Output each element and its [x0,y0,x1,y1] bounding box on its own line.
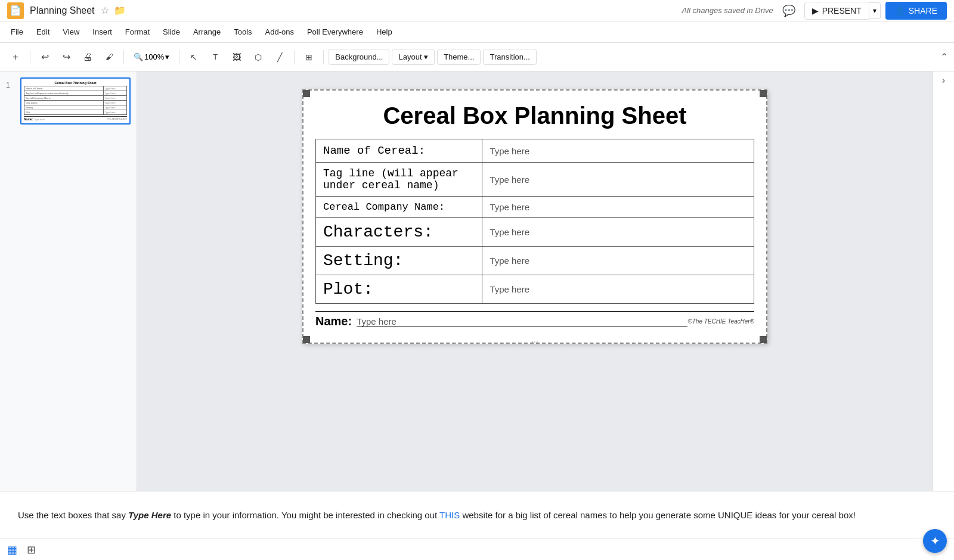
slide-thumbnail-1[interactable]: Cereal Box Planning Sheet Name of Cereal… [20,77,131,125]
theme-button[interactable]: Theme... [437,49,481,65]
paint-format-button[interactable]: 🖌 [100,48,119,67]
zoom-label: 100% [144,52,164,61]
table-row-plot: Plot: Type here [316,275,754,304]
zoom-caret: ▾ [165,52,169,61]
corner-bl [303,336,310,343]
shape-tool[interactable]: ⬡ [249,48,268,67]
collapse-icon[interactable]: ⌃ [940,52,948,62]
table-row: Name of Cereal: Type here [24,86,127,91]
line-tool[interactable]: ╱ [270,48,289,67]
input-tagline[interactable]: Type here [482,163,754,197]
menu-addons[interactable]: Add-ons [259,25,300,39]
label-company: Cereal Company Name: [316,197,482,218]
menu-arrange[interactable]: Arrange [187,25,227,39]
label-plot: Plot: [316,275,482,304]
right-panel: › [933,71,954,491]
separator-1 [30,50,30,64]
print-button[interactable]: 🖨 [78,48,97,67]
grid-view-button[interactable]: ⊞ [27,543,36,556]
background-button[interactable]: Background... [329,49,389,65]
thumb-title: Cereal Box Planning Sheet [24,81,127,85]
copyright: ©The TECHIE TeacHer® [687,318,754,325]
input-cereal-name[interactable]: Type here [482,139,754,163]
menu-format[interactable]: Format [119,25,156,39]
title-bar: 📄 Planning Sheet ☆ 📁 All changes saved i… [0,0,954,21]
table-row-cereal-name: Name of Cereal: Type here [316,139,754,163]
zoom-icon: 🔍 [134,52,143,61]
label-setting: Setting: [316,247,482,275]
star-icon[interactable]: ☆ [101,5,109,16]
redo-button[interactable]: ↪ [57,48,76,67]
canvas-area[interactable]: Cereal Box Planning Sheet Name of Cereal… [137,71,933,491]
add-button[interactable]: + [6,48,25,67]
present-icon: ▶ [812,6,819,15]
menu-insert[interactable]: Insert [86,25,118,39]
menu-file[interactable]: File [5,25,29,39]
toolbar: + ↩ ↪ 🖨 🖌 🔍 100% ▾ ↖ T 🖼 ⬡ ╱ ⊞ Backgroun… [0,43,954,71]
menu-slide[interactable]: Slide [157,25,186,39]
folder-icon[interactable]: 📁 [114,5,126,16]
title-icons: ☆ 📁 [101,5,126,16]
share-button[interactable]: 👤 SHARE [885,2,947,20]
resize-handle[interactable]: ··· [531,337,538,346]
input-setting[interactable]: Type here [482,247,754,275]
present-button[interactable]: ▶ PRESENT [804,2,869,20]
bottom-note: Use the text boxes that say Type Here to… [0,491,954,539]
name-row: Name: Type here ©The TECHIE TeacHer® [315,311,754,331]
comments-button[interactable]: 💬 [778,0,800,21]
table-row: Characters Type here [24,101,127,105]
collapse-right-icon[interactable]: › [942,75,945,86]
separator-3 [179,50,179,64]
table-row-company: Cereal Company Name: Type here [316,197,754,218]
name-label: Name: [315,315,352,328]
present-caret-button[interactable]: ▾ [869,2,881,19]
label-characters: Characters: [316,218,482,247]
menu-view[interactable]: View [57,25,85,39]
add-slide-button[interactable]: ⊞ [299,48,318,67]
image-tool[interactable]: 🖼 [227,48,246,67]
main-content: 1 Cereal Box Planning Sheet Name of Cere… [0,71,954,491]
bottom-toolbar: ▦ ⊞ [0,539,954,560]
text-tool[interactable]: T [206,48,225,67]
planning-table: Name of Cereal: Type here Tag line (will… [315,139,754,304]
share-icon: 👤 [895,6,905,15]
separator-4 [294,50,295,64]
bottom-note-text: Use the text boxes that say Type Here to… [18,510,856,520]
input-characters[interactable]: Type here [482,218,754,247]
menu-edit[interactable]: Edit [30,25,55,39]
slide-canvas: Cereal Box Planning Sheet Name of Cereal… [302,89,767,344]
label-tagline: Tag line (will appearunder cereal name) [316,163,482,197]
menu-help[interactable]: Help [370,25,398,39]
app-icon: 📄 [7,2,24,19]
assist-button[interactable]: ✦ [923,529,947,553]
document-title[interactable]: Planning Sheet [30,5,95,16]
undo-button[interactable]: ↩ [35,48,54,67]
table-row: Cereal Company Name: Type here [24,96,127,101]
table-row: Tag line (will appear under cereal name)… [24,91,127,96]
cursor-tool[interactable]: ↖ [184,48,203,67]
table-row-characters: Characters: Type here [316,218,754,247]
type-here-emphasis: Type Here [128,510,171,520]
separator-5 [323,50,324,64]
this-link[interactable]: THIS [439,510,460,520]
zoom-control[interactable]: 🔍 100% ▾ [129,50,174,64]
toolbar-right: ⌃ [940,51,948,63]
slideshow-view-button[interactable]: ▦ [7,543,17,556]
table-row-tagline: Tag line (will appearunder cereal name) … [316,163,754,197]
layout-button[interactable]: Layout ▾ [392,49,435,65]
name-input[interactable]: Type here [357,316,687,327]
table-row: Setting Type here [24,105,127,110]
slide-1-container: 1 Cereal Box Planning Sheet Name of Cere… [6,77,131,125]
menu-poll[interactable]: Poll Everywhere [301,25,369,39]
label-cereal-name: Name of Cereal: [316,139,482,163]
input-company[interactable]: Type here [482,197,754,218]
menu-tools[interactable]: Tools [228,25,258,39]
slide-title[interactable]: Cereal Box Planning Sheet [315,102,754,129]
input-plot[interactable]: Type here [482,275,754,304]
slide-number-1: 1 [6,81,16,89]
thumb-table: Name of Cereal: Type here Tag line (will… [24,86,127,115]
transition-button[interactable]: Transition... [483,49,536,65]
slides-panel: 1 Cereal Box Planning Sheet Name of Cere… [0,71,137,491]
present-button-group: ▶ PRESENT ▾ [804,2,881,20]
table-row: Plot Type here [24,110,127,115]
